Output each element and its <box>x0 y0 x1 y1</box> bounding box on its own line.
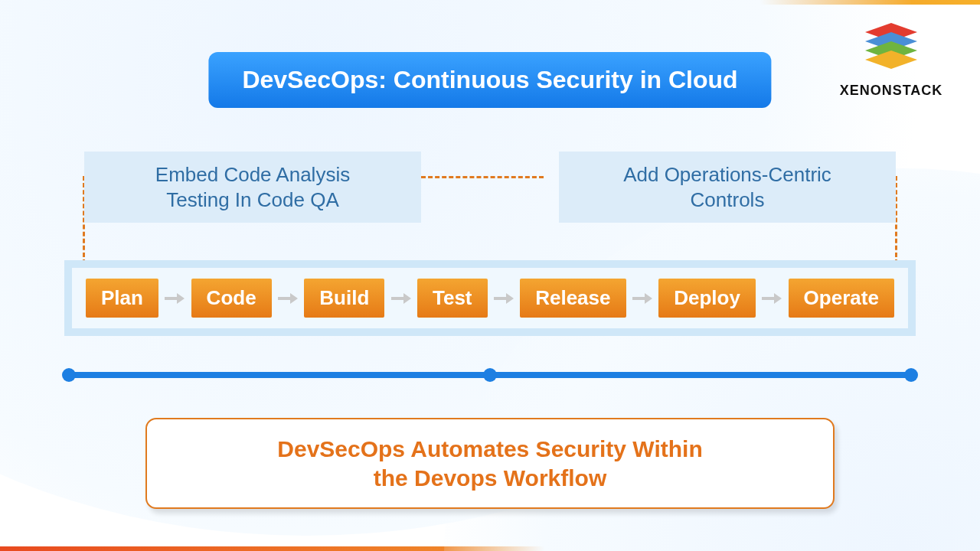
stage-release: Release <box>520 279 626 318</box>
statement-box: DevSecOps Automates Security Within the … <box>145 418 835 509</box>
callout-line: Add Operations-Centric <box>623 163 831 186</box>
stage-build: Build <box>304 279 384 318</box>
arrow-right-icon <box>277 291 299 306</box>
timeline-dot-icon <box>62 368 76 382</box>
timeline-dot-icon <box>483 368 497 382</box>
stage-test: Test <box>417 279 488 318</box>
stage-operate: Operate <box>789 279 894 318</box>
timeline-bar <box>69 372 911 378</box>
statement-line: DevSecOps Automates Security Within <box>277 436 702 461</box>
stage-code: Code <box>191 279 272 318</box>
svg-marker-3 <box>865 51 917 69</box>
pipeline-container: Plan Code Build Test Release Deploy Oper… <box>64 260 916 336</box>
statement-line: the Devops Workflow <box>374 465 606 491</box>
brand-block: XENONSTACK <box>830 23 952 99</box>
callout-operations-controls: Add Operations-Centric Controls <box>559 152 896 223</box>
page-title: DevSecOps: Continuous Security in Cloud <box>208 52 771 108</box>
arrow-right-icon <box>164 291 185 306</box>
callout-row: Embed Code Analysis Testing In Code QA A… <box>84 152 896 223</box>
arrow-right-icon <box>761 291 782 306</box>
timeline-dot-icon <box>904 368 918 382</box>
arrow-right-icon <box>493 291 514 306</box>
callout-embed-code-analysis: Embed Code Analysis Testing In Code QA <box>84 152 421 223</box>
callout-line: Testing In Code QA <box>166 188 338 211</box>
stage-plan: Plan <box>86 279 158 318</box>
brand-logo-icon <box>858 23 925 78</box>
brand-name: XENONSTACK <box>830 83 952 99</box>
callout-line: Embed Code Analysis <box>155 163 350 186</box>
stage-deploy: Deploy <box>658 279 756 318</box>
callout-line: Controls <box>691 188 765 211</box>
arrow-right-icon <box>632 291 653 306</box>
arrow-right-icon <box>390 291 412 306</box>
